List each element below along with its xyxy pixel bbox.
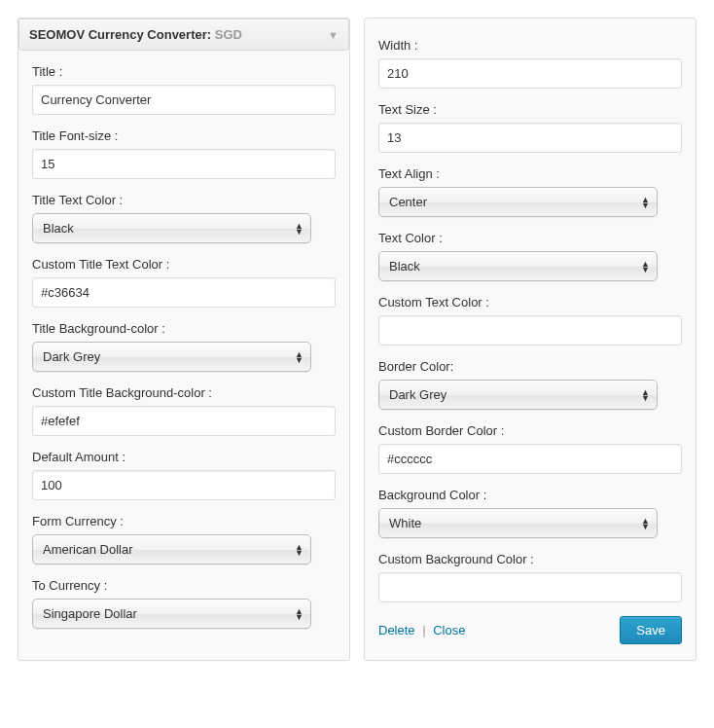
input-custom-title-bg-color[interactable] bbox=[32, 406, 336, 436]
label-custom-title-bg-color: Custom Title Background-color : bbox=[32, 385, 336, 400]
delete-link[interactable]: Delete bbox=[378, 623, 415, 637]
label-form-currency: Form Currency : bbox=[32, 514, 336, 528]
widget-header[interactable]: SEOMOV Currency Converter: SGD ▼ bbox=[18, 18, 349, 51]
select-title-text-color[interactable]: Black bbox=[32, 213, 311, 243]
field-title-bg-color: Title Background-color : Dark Grey ▲▼ bbox=[32, 321, 336, 372]
footer-row: Delete | Close Save bbox=[378, 616, 682, 644]
label-title-bg-color: Title Background-color : bbox=[32, 321, 336, 336]
label-width: Width : bbox=[378, 38, 682, 53]
field-custom-border-color: Custom Border Color : bbox=[378, 423, 682, 474]
select-border-color[interactable]: Dark Grey bbox=[378, 380, 658, 410]
field-form-currency: Form Currency : American Dollar ▲▼ bbox=[32, 514, 336, 564]
field-text-align: Text Align : Center ▲▼ bbox=[378, 166, 682, 217]
left-panel: SEOMOV Currency Converter: SGD ▼ Title :… bbox=[18, 18, 350, 661]
select-form-currency[interactable]: American Dollar bbox=[32, 534, 311, 564]
save-button[interactable]: Save bbox=[620, 616, 682, 644]
field-custom-title-text-color: Custom Title Text Color : bbox=[32, 257, 336, 308]
label-custom-border-color: Custom Border Color : bbox=[378, 423, 682, 438]
label-text-align: Text Align : bbox=[378, 166, 682, 181]
settings-container: SEOMOV Currency Converter: SGD ▼ Title :… bbox=[0, 0, 714, 678]
footer-separator: | bbox=[422, 623, 425, 637]
label-title-font-size: Title Font-size : bbox=[32, 128, 336, 143]
select-background-color[interactable]: White bbox=[378, 508, 658, 538]
label-title: Title : bbox=[32, 64, 336, 79]
select-title-bg-color[interactable]: Dark Grey bbox=[32, 342, 311, 372]
label-custom-title-text-color: Custom Title Text Color : bbox=[32, 257, 336, 272]
select-wrap-background-color: White ▲▼ bbox=[378, 508, 658, 538]
widget-title-sep: : bbox=[207, 27, 211, 42]
select-wrap-border-color: Dark Grey ▲▼ bbox=[378, 380, 658, 410]
label-default-amount: Default Amount : bbox=[32, 450, 336, 464]
select-wrap-form-currency: American Dollar ▲▼ bbox=[32, 534, 311, 564]
input-custom-title-text-color[interactable] bbox=[32, 277, 336, 308]
widget-title-prefix: SEOMOV Currency Converter bbox=[29, 27, 207, 42]
field-title-text-color: Title Text Color : Black ▲▼ bbox=[32, 193, 336, 243]
label-text-color: Text Color : bbox=[378, 231, 682, 245]
input-custom-bg-color[interactable] bbox=[378, 572, 682, 602]
field-border-color: Border Color: Dark Grey ▲▼ bbox=[378, 359, 682, 410]
select-wrap-text-align: Center ▲▼ bbox=[378, 187, 658, 217]
footer-links: Delete | Close bbox=[378, 623, 465, 637]
label-border-color: Border Color: bbox=[378, 359, 682, 374]
field-width: Width : bbox=[378, 38, 682, 89]
label-text-size: Text Size : bbox=[378, 102, 682, 117]
right-panel: Width : Text Size : Text Align : Center … bbox=[364, 18, 696, 661]
field-text-size: Text Size : bbox=[378, 102, 682, 153]
field-title: Title : bbox=[32, 64, 336, 115]
select-wrap-title-text-color: Black ▲▼ bbox=[32, 213, 311, 243]
input-custom-text-color[interactable] bbox=[378, 315, 682, 346]
label-custom-bg-color: Custom Background Color : bbox=[378, 552, 682, 566]
close-link[interactable]: Close bbox=[433, 623, 465, 637]
field-custom-bg-color: Custom Background Color : bbox=[378, 552, 682, 602]
select-text-color[interactable]: Black bbox=[378, 251, 658, 281]
field-to-currency: To Currency : Singapore Dollar ▲▼ bbox=[32, 578, 336, 629]
select-wrap-text-color: Black ▲▼ bbox=[378, 251, 658, 281]
input-width[interactable] bbox=[378, 58, 682, 89]
input-title-font-size[interactable] bbox=[32, 149, 336, 179]
label-background-color: Background Color : bbox=[378, 488, 682, 502]
select-text-align[interactable]: Center bbox=[378, 187, 658, 217]
input-default-amount[interactable] bbox=[32, 470, 336, 500]
widget-header-title: SEOMOV Currency Converter: SGD bbox=[29, 27, 242, 42]
select-to-currency[interactable]: Singapore Dollar bbox=[32, 599, 311, 629]
input-title[interactable] bbox=[32, 85, 336, 115]
widget-title-suffix: SGD bbox=[215, 27, 242, 42]
chevron-down-icon: ▼ bbox=[328, 29, 339, 41]
field-default-amount: Default Amount : bbox=[32, 450, 336, 500]
label-to-currency: To Currency : bbox=[32, 578, 336, 593]
field-background-color: Background Color : White ▲▼ bbox=[378, 488, 682, 538]
field-custom-text-color: Custom Text Color : bbox=[378, 295, 682, 346]
field-text-color: Text Color : Black ▲▼ bbox=[378, 231, 682, 281]
field-title-font-size: Title Font-size : bbox=[32, 128, 336, 179]
select-wrap-title-bg-color: Dark Grey ▲▼ bbox=[32, 342, 311, 372]
select-wrap-to-currency: Singapore Dollar ▲▼ bbox=[32, 599, 311, 629]
label-title-text-color: Title Text Color : bbox=[32, 193, 336, 207]
label-custom-text-color: Custom Text Color : bbox=[378, 295, 682, 309]
input-custom-border-color[interactable] bbox=[378, 444, 682, 474]
input-text-size[interactable] bbox=[378, 123, 682, 153]
field-custom-title-bg-color: Custom Title Background-color : bbox=[32, 385, 336, 436]
